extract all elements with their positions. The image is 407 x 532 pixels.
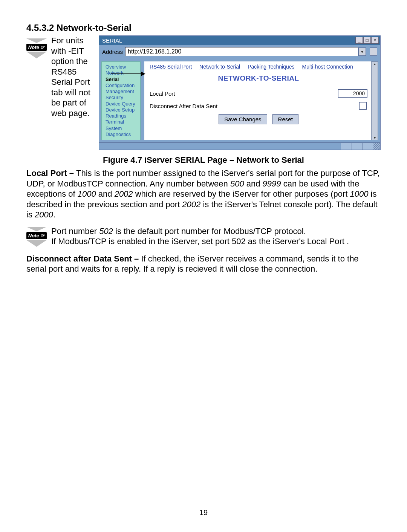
save-changes-button[interactable]: Save Changes <box>219 114 267 124</box>
scroll-up-icon[interactable]: ▴ <box>374 62 376 66</box>
address-bar: Address http://192.168.1.200 ▼ <box>99 45 380 58</box>
sidenote-text: For units with -EIT option the RS485 Ser… <box>49 35 99 118</box>
content-panel: RS485 Serial Port Network-to-Serial Pack… <box>144 61 371 140</box>
window-maximize-button[interactable]: □ <box>363 37 371 44</box>
nav-item-security[interactable]: Security <box>106 95 138 101</box>
note-label: Note ☞ <box>26 44 47 51</box>
figure-caption: Figure 4.7 iServer SERIAL Page – Network… <box>26 155 381 165</box>
nav-item-terminal[interactable]: Terminal <box>106 119 138 125</box>
note-icon-1: Note ☞ <box>26 35 49 58</box>
nav-item-system[interactable]: System <box>106 125 138 131</box>
window-minimize-button[interactable]: _ <box>355 37 363 44</box>
scroll-down-icon[interactable]: ▾ <box>374 136 376 140</box>
window-status-bar <box>99 142 380 150</box>
tab-network-to-serial[interactable]: Network-to-Serial <box>199 64 240 70</box>
paragraph-local-port: Local Port – This is the port number ass… <box>26 168 381 220</box>
section-heading: 4.5.3.2 Network-to-Serial <box>26 23 381 33</box>
window-close-button[interactable]: × <box>371 37 379 44</box>
nav-item-configuration[interactable]: Configuration <box>106 83 138 89</box>
nav-sidebar: Overview Network Serial Configuration Ma… <box>101 61 141 140</box>
disconnect-after-data-sent-checkbox[interactable] <box>359 102 367 110</box>
address-dropdown-icon[interactable]: ▼ <box>358 47 366 56</box>
nav-item-overview[interactable]: Overview <box>106 64 138 70</box>
panel-title: NETWORK-TO-SERIAL <box>150 74 367 83</box>
address-input[interactable]: http://192.168.1.200 <box>125 47 358 56</box>
note-2-text: Port number 502 is the default port numb… <box>49 226 381 247</box>
window-titlebar: SERIAL _ □ × <box>99 36 380 45</box>
paragraph-disconnect: Disconnect after Data Sent – If checked,… <box>26 254 381 274</box>
nav-item-diagnostics[interactable]: Diagnostics <box>106 131 138 138</box>
resize-grip-icon[interactable] <box>373 143 380 150</box>
screenshot-window: SERIAL _ □ × Address http://192.168.1.20… <box>99 35 381 150</box>
disconnect-after-data-sent-label: Disconnect After Data Sent <box>150 103 359 109</box>
note-icon-2: Note ☞ <box>26 226 49 247</box>
nav-item-device-query[interactable]: Device Query <box>106 101 138 107</box>
tab-multi-host-connection[interactable]: Multi-host Connection <box>302 64 353 70</box>
address-go-button[interactable] <box>370 47 377 56</box>
nav-item-device-setup[interactable]: Device Setup <box>106 107 138 113</box>
page-number: 19 <box>0 508 407 517</box>
window-title: SERIAL <box>102 37 355 44</box>
address-label: Address <box>102 49 123 55</box>
nav-item-readings[interactable]: Readings <box>106 113 138 119</box>
nav-item-network[interactable]: Network <box>106 70 138 76</box>
content-vertical-scrollbar[interactable]: ▴ ▾ <box>371 61 378 140</box>
reset-button[interactable]: Reset <box>272 114 298 124</box>
local-port-label: Local Port <box>150 90 338 97</box>
tab-rs485-serial-port[interactable]: RS485 Serial Port <box>150 64 192 70</box>
local-port-input[interactable]: 2000 <box>338 89 367 98</box>
nav-item-management[interactable]: Management <box>106 89 138 95</box>
nav-item-serial[interactable]: Serial <box>106 76 138 83</box>
tab-packing-techniques[interactable]: Packing Techniques <box>248 64 294 70</box>
